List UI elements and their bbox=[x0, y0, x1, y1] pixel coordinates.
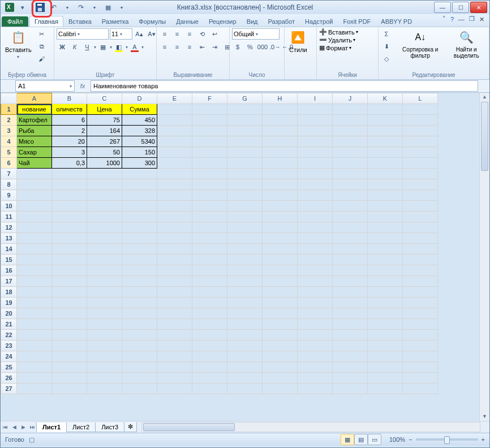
cell-L1[interactable] bbox=[403, 104, 438, 115]
cell-E10[interactable] bbox=[157, 201, 192, 212]
cell-C25[interactable] bbox=[87, 362, 122, 373]
currency-button[interactable]: $ bbox=[232, 41, 243, 53]
cell-B22[interactable] bbox=[52, 330, 87, 341]
font-color-button[interactable]: A bbox=[129, 41, 140, 53]
cell-I5[interactable] bbox=[298, 147, 333, 158]
cell-G18[interactable] bbox=[227, 287, 263, 298]
cell-J23[interactable] bbox=[333, 341, 368, 351]
cell-I4[interactable] bbox=[298, 136, 333, 147]
cell-J21[interactable] bbox=[333, 319, 368, 330]
cell-J17[interactable] bbox=[333, 276, 368, 287]
cell-H11[interactable] bbox=[263, 212, 298, 222]
cell-E12[interactable] bbox=[157, 222, 192, 233]
cell-L20[interactable] bbox=[403, 308, 438, 319]
cell-D2[interactable]: 450 bbox=[122, 115, 157, 126]
cell-K9[interactable] bbox=[368, 190, 403, 201]
cell-I14[interactable] bbox=[298, 244, 333, 255]
align-right-button[interactable]: ≡ bbox=[184, 41, 195, 53]
cell-H18[interactable] bbox=[263, 287, 298, 298]
row-header-24[interactable]: 24 bbox=[1, 351, 17, 362]
cell-H16[interactable] bbox=[263, 265, 298, 276]
cell-H9[interactable] bbox=[263, 190, 298, 201]
sort-filter-button[interactable]: A↓ Сортировка и фильтр bbox=[397, 28, 444, 60]
cell-F20[interactable] bbox=[192, 308, 227, 319]
cell-A11[interactable] bbox=[17, 212, 52, 222]
row-header-15[interactable]: 15 bbox=[1, 255, 17, 265]
cell-I18[interactable] bbox=[298, 287, 333, 298]
sheet-tab-Лист3[interactable]: Лист3 bbox=[95, 423, 124, 432]
cell-J3[interactable] bbox=[333, 126, 368, 136]
cell-C23[interactable] bbox=[87, 341, 122, 351]
row-header-8[interactable]: 8 bbox=[1, 179, 17, 190]
ribbon-tab-вид[interactable]: Вид bbox=[242, 16, 263, 27]
copy-button[interactable]: ⧉ bbox=[36, 41, 48, 52]
cell-K16[interactable] bbox=[368, 265, 403, 276]
cell-E1[interactable] bbox=[157, 104, 192, 115]
cell-D4[interactable]: 5340 bbox=[122, 136, 157, 147]
cell-K10[interactable] bbox=[368, 201, 403, 212]
cell-D8[interactable] bbox=[122, 179, 157, 190]
cell-B20[interactable] bbox=[52, 308, 87, 319]
cell-B26[interactable] bbox=[52, 373, 87, 384]
cell-D15[interactable] bbox=[122, 255, 157, 265]
cell-H12[interactable] bbox=[263, 222, 298, 233]
row-header-7[interactable]: 7 bbox=[1, 169, 17, 179]
cell-C26[interactable] bbox=[87, 373, 122, 384]
cell-F23[interactable] bbox=[192, 341, 227, 351]
cell-L9[interactable] bbox=[403, 190, 438, 201]
cell-F19[interactable] bbox=[192, 298, 227, 308]
cell-D17[interactable] bbox=[122, 276, 157, 287]
column-header-A[interactable]: A bbox=[17, 93, 52, 104]
cell-C17[interactable] bbox=[87, 276, 122, 287]
cell-G21[interactable] bbox=[227, 319, 263, 330]
minimize-button[interactable]: — bbox=[434, 2, 451, 13]
find-select-button[interactable]: 🔍 Найти и выделить bbox=[446, 28, 487, 60]
fx-icon[interactable]: fx bbox=[75, 83, 91, 89]
sheet-nav-next[interactable]: ▶ bbox=[19, 423, 28, 432]
cell-H17[interactable] bbox=[263, 276, 298, 287]
cell-L17[interactable] bbox=[403, 276, 438, 287]
ribbon-tab-надстрой[interactable]: Надстрой bbox=[300, 16, 338, 27]
cell-J25[interactable] bbox=[333, 362, 368, 373]
cell-I10[interactable] bbox=[298, 201, 333, 212]
percent-button[interactable]: % bbox=[244, 41, 256, 53]
cell-L5[interactable] bbox=[403, 147, 438, 158]
cell-G2[interactable] bbox=[227, 115, 263, 126]
comma-button[interactable]: 000 bbox=[257, 41, 268, 53]
cell-E5[interactable] bbox=[157, 147, 192, 158]
qat-more-dropdown[interactable]: ▾ bbox=[117, 2, 127, 12]
cell-I23[interactable] bbox=[298, 341, 333, 351]
cell-E21[interactable] bbox=[157, 319, 192, 330]
cell-I16[interactable] bbox=[298, 265, 333, 276]
cell-I13[interactable] bbox=[298, 233, 333, 244]
cell-H27[interactable] bbox=[263, 384, 298, 394]
cell-F6[interactable] bbox=[192, 158, 227, 169]
cell-J4[interactable] bbox=[333, 136, 368, 147]
cell-K24[interactable] bbox=[368, 351, 403, 362]
cell-B1[interactable]: оличеств bbox=[52, 104, 87, 115]
cell-L13[interactable] bbox=[403, 233, 438, 244]
cell-L18[interactable] bbox=[403, 287, 438, 298]
cell-H10[interactable] bbox=[263, 201, 298, 212]
cell-F25[interactable] bbox=[192, 362, 227, 373]
ribbon-tab-главная[interactable]: Главная bbox=[29, 16, 63, 27]
cell-F9[interactable] bbox=[192, 190, 227, 201]
cell-D25[interactable] bbox=[122, 362, 157, 373]
cell-B16[interactable] bbox=[52, 265, 87, 276]
row-header-3[interactable]: 3 bbox=[1, 126, 17, 136]
cell-K4[interactable] bbox=[368, 136, 403, 147]
cell-J10[interactable] bbox=[333, 201, 368, 212]
cell-E25[interactable] bbox=[157, 362, 192, 373]
cell-C5[interactable]: 50 bbox=[87, 147, 122, 158]
cell-H8[interactable] bbox=[263, 179, 298, 190]
cell-B14[interactable] bbox=[52, 244, 87, 255]
workbook-restore-icon[interactable]: ❐ bbox=[469, 15, 475, 23]
zoom-out-button[interactable]: − bbox=[409, 436, 412, 443]
cell-D6[interactable]: 300 bbox=[122, 158, 157, 169]
column-header-D[interactable]: D bbox=[122, 93, 157, 104]
column-header-C[interactable]: C bbox=[87, 93, 122, 104]
align-left-button[interactable]: ≡ bbox=[159, 41, 170, 53]
undo-button[interactable]: ↶ bbox=[49, 2, 59, 12]
cell-G25[interactable] bbox=[227, 362, 263, 373]
cell-L16[interactable] bbox=[403, 265, 438, 276]
